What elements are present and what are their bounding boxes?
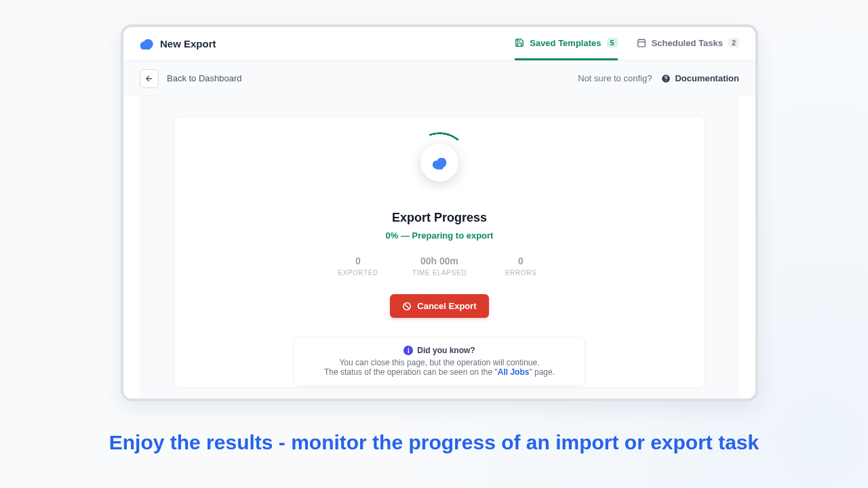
tip-line-1: You can close this page, but the operati… — [305, 358, 574, 367]
cancel-export-button[interactable]: Cancel Export — [390, 294, 488, 318]
tip-title: Did you know? — [417, 346, 475, 355]
svg-point-6 — [666, 80, 667, 81]
stat-time-elapsed: 00h 00m TIME ELAPSED — [412, 256, 467, 277]
stat-label: TIME ELAPSED — [412, 269, 467, 277]
cloud-upload-icon — [140, 39, 153, 49]
svg-line-8 — [405, 304, 409, 308]
stat-value: 0 — [518, 256, 524, 266]
back-button[interactable] — [140, 69, 159, 88]
app-header: New Export Saved Templates 5 Scheduled T… — [123, 27, 755, 61]
help-side: Not sure to config? Documentation — [578, 73, 739, 83]
tip-card: i Did you know? You can close this page,… — [294, 337, 585, 386]
tip-line-2: The status of the operation can be seen … — [305, 367, 574, 377]
progress-spinner — [409, 132, 470, 193]
documentation-label: Documentation — [675, 73, 739, 83]
stat-value: 00h 00m — [420, 256, 458, 266]
stat-value: 0 — [355, 256, 361, 266]
tab-count-badge: 5 — [607, 38, 618, 47]
progress-card: Export Progress 0% — Preparing to export… — [174, 117, 705, 388]
all-jobs-link[interactable]: All Jobs — [498, 367, 530, 377]
canvas: Export Progress 0% — Preparing to export… — [140, 96, 739, 399]
stat-exported: 0 EXPORTED — [331, 256, 385, 277]
progress-title: Export Progress — [392, 211, 487, 225]
cancel-icon — [402, 302, 412, 311]
spinner-core — [420, 144, 458, 182]
tab-count-badge: 2 — [728, 38, 739, 47]
save-icon — [515, 38, 524, 47]
back-label: Back to Dashboard — [167, 73, 242, 83]
help-circle-icon — [661, 74, 671, 83]
tab-saved-templates[interactable]: Saved Templates 5 — [515, 27, 617, 60]
stat-errors: 0 ERRORS — [494, 256, 548, 277]
stat-label: ERRORS — [505, 269, 536, 277]
svg-rect-0 — [637, 39, 645, 47]
progress-status: 0% — Preparing to export — [386, 230, 494, 241]
progress-stats: 0 EXPORTED 00h 00m TIME ELAPSED 0 ERRORS — [331, 256, 548, 277]
cancel-label: Cancel Export — [417, 301, 476, 311]
tip-title-row: i Did you know? — [305, 346, 574, 355]
header-tabs: Saved Templates 5 Scheduled Tasks 2 — [515, 27, 739, 60]
tab-label: Scheduled Tasks — [652, 38, 723, 48]
back-group: Back to Dashboard — [140, 69, 242, 88]
promo-headline: Enjoy the results - monitor the progress… — [0, 431, 868, 454]
stat-label: EXPORTED — [338, 269, 378, 277]
arrow-left-icon — [144, 74, 154, 83]
brand: New Export — [140, 38, 216, 49]
documentation-link[interactable]: Documentation — [661, 73, 739, 83]
cloud-upload-icon — [431, 156, 448, 169]
tab-label: Saved Templates — [530, 38, 601, 48]
tab-scheduled-tasks[interactable]: Scheduled Tasks 2 — [637, 27, 739, 60]
page-title: New Export — [160, 38, 216, 49]
app-window: New Export Saved Templates 5 Scheduled T… — [121, 24, 758, 401]
calendar-icon — [637, 38, 646, 47]
sub-header: Back to Dashboard Not sure to config? Do… — [123, 61, 755, 96]
config-hint: Not sure to config? — [578, 73, 652, 83]
info-icon: i — [403, 346, 413, 355]
